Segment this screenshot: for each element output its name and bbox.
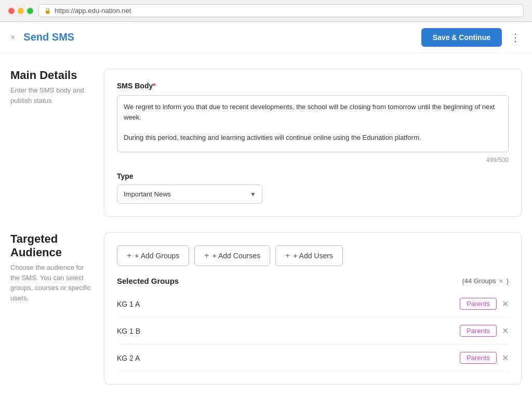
table-row: KG 1 A Parents ✕ — [117, 291, 509, 318]
lock-icon: 🔒 — [44, 7, 51, 14]
main-details-title: Main Details — [10, 69, 94, 82]
sms-body-textarea[interactable]: We regret to inform you that due to rece… — [117, 95, 509, 152]
main-details-card: SMS Body* We regret to inform you that d… — [104, 69, 522, 217]
group-name: KG 1 A — [117, 300, 140, 308]
group-name: KG 1 B — [117, 327, 140, 335]
add-groups-label: + Add Groups — [135, 252, 179, 260]
add-users-button[interactable]: + + Add Users — [275, 245, 343, 266]
audience-desc: Choose the audience for the SMS. You can… — [10, 262, 94, 303]
traffic-light-green[interactable] — [27, 8, 33, 14]
group-rows-container: KG 1 A Parents ✕ KG 1 B Parents ✕ KG 2 A — [117, 291, 509, 372]
group-name: KG 2 A — [117, 354, 140, 362]
add-courses-button[interactable]: + + Add Courses — [194, 245, 270, 266]
selected-groups-title: Selected Groups — [117, 276, 179, 285]
clear-groups-button[interactable]: × — [499, 277, 503, 285]
parents-badge: Parents — [460, 325, 497, 337]
top-nav: × Send SMS Save & Continue ⋮ — [0, 22, 532, 53]
page-title: Send SMS — [23, 31, 421, 43]
plus-icon: + — [127, 251, 131, 260]
add-courses-label: + Add Courses — [212, 252, 260, 260]
plus-icon: + — [285, 251, 290, 260]
url-text: https://app.edu-nation.net — [55, 7, 131, 15]
add-groups-button[interactable]: + + Add Groups — [117, 245, 189, 266]
main-details-desc: Enter the SMS body and publish status — [10, 85, 94, 106]
traffic-lights — [8, 8, 33, 14]
audience-card: + + Add Groups + + Add Courses + + Add U… — [104, 232, 522, 385]
group-right: Parents ✕ — [460, 325, 509, 337]
type-select[interactable]: Important News General Urgent Reminder — [117, 185, 262, 204]
groups-count: (44 Groups × ) — [462, 277, 509, 285]
char-count: 499/500 — [117, 156, 509, 164]
plus-icon: + — [204, 251, 209, 260]
parents-badge: Parents — [460, 298, 497, 310]
traffic-light-red[interactable] — [8, 8, 15, 14]
group-right: Parents ✕ — [460, 298, 509, 310]
audience-title: Targeted Audience — [10, 232, 94, 259]
groups-count-paren: ) — [507, 277, 509, 285]
remove-group-button[interactable]: ✕ — [502, 353, 509, 363]
table-row: KG 1 B Parents ✕ — [117, 318, 509, 345]
table-row: KG 2 A Parents ✕ — [117, 345, 509, 372]
action-buttons: + + Add Groups + + Add Courses + + Add U… — [117, 245, 509, 266]
main-details-section: Main Details Enter the SMS body and publ… — [0, 53, 532, 232]
remove-group-button[interactable]: ✕ — [502, 299, 509, 309]
close-button[interactable]: × — [10, 33, 15, 42]
browser-chrome: 🔒 https://app.edu-nation.net — [0, 0, 532, 22]
add-users-label: + Add Users — [293, 252, 333, 260]
app-container: × Send SMS Save & Continue ⋮ Main Detail… — [0, 22, 532, 395]
traffic-light-yellow[interactable] — [18, 8, 24, 14]
remove-group-button[interactable]: ✕ — [502, 326, 509, 336]
selected-groups-header: Selected Groups (44 Groups × ) — [117, 276, 509, 285]
more-menu-icon[interactable]: ⋮ — [510, 31, 522, 44]
main-details-label: Main Details Enter the SMS body and publ… — [10, 69, 104, 217]
address-bar: 🔒 https://app.edu-nation.net — [38, 4, 524, 17]
sms-body-label: SMS Body* — [117, 82, 509, 90]
save-continue-button[interactable]: Save & Continue — [421, 28, 502, 47]
type-label: Type — [117, 172, 509, 180]
parents-badge: Parents — [460, 352, 497, 364]
group-right: Parents ✕ — [460, 352, 509, 364]
audience-label: Targeted Audience Choose the audience fo… — [10, 232, 104, 385]
groups-count-text: (44 Groups — [462, 277, 496, 285]
targeted-audience-section: Targeted Audience Choose the audience fo… — [0, 232, 532, 395]
type-select-wrapper: Important News General Urgent Reminder ▼ — [117, 185, 262, 204]
